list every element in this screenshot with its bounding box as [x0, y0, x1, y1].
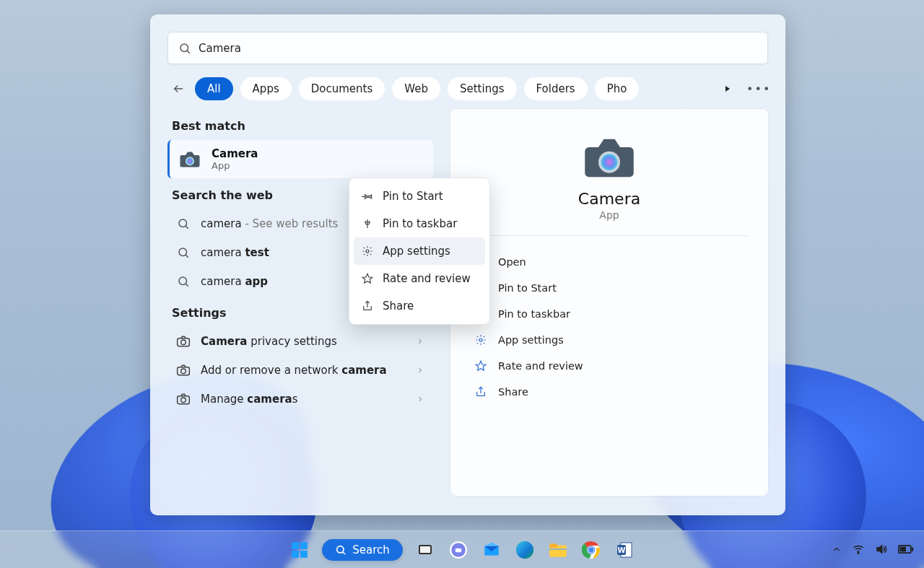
- details-column: Camera App OpenPin to StartPin to taskba…: [450, 109, 768, 496]
- chevron-right-icon: [416, 366, 424, 375]
- svg-marker-25: [476, 361, 485, 370]
- app-hero-title: Camera: [471, 190, 748, 208]
- svg-marker-41: [484, 542, 499, 546]
- search-icon: [176, 217, 191, 231]
- action-icon: [474, 333, 488, 347]
- svg-rect-45: [549, 543, 557, 547]
- svg-line-11: [186, 255, 188, 257]
- best-match-item[interactable]: Camera App: [167, 140, 433, 178]
- task-view-button[interactable]: [414, 539, 436, 561]
- context-menu-item-app-settings[interactable]: App settings: [354, 237, 485, 265]
- camera-app-icon-large: [471, 136, 748, 180]
- svg-point-17: [181, 369, 186, 374]
- svg-line-33: [343, 552, 345, 554]
- mail-button[interactable]: [481, 539, 502, 561]
- filter-tab-settings[interactable]: Settings: [448, 77, 517, 100]
- action-open[interactable]: Open: [471, 249, 748, 275]
- camera-outline-icon: [176, 392, 191, 406]
- best-match-header: Best match: [172, 119, 433, 133]
- svg-rect-35: [420, 546, 430, 553]
- context-menu-icon: [361, 190, 374, 203]
- action-icon: [474, 359, 488, 373]
- wifi-icon[interactable]: [852, 543, 865, 556]
- action-rate-and-review[interactable]: Rate and review: [471, 353, 748, 379]
- more-options-button[interactable]: •••: [746, 82, 768, 96]
- svg-line-9: [186, 226, 188, 228]
- svg-rect-29: [300, 542, 308, 549]
- context-menu-icon: [361, 300, 374, 313]
- svg-marker-21: [598, 139, 620, 147]
- context-menu-item-pin-to-taskbar[interactable]: Pin to taskbar: [354, 210, 485, 237]
- svg-point-54: [858, 552, 859, 554]
- svg-rect-57: [912, 547, 914, 551]
- taskbar-search-label: Search: [352, 543, 390, 556]
- context-menu-item-share[interactable]: Share: [354, 292, 485, 320]
- svg-rect-30: [292, 551, 299, 558]
- filter-tab-photos[interactable]: Pho: [595, 77, 640, 100]
- camera-outline-icon: [176, 334, 191, 349]
- back-button[interactable]: [167, 78, 189, 100]
- chat-button[interactable]: [448, 539, 469, 561]
- search-box[interactable]: [167, 32, 768, 64]
- filter-tab-folders[interactable]: Folders: [524, 77, 588, 100]
- app-hero-subtitle: App: [471, 209, 748, 221]
- svg-point-0: [180, 44, 188, 52]
- best-match-title: Camera: [212, 147, 258, 160]
- svg-text:W: W: [617, 546, 625, 554]
- chevron-right-icon: [416, 337, 424, 346]
- svg-point-43: [516, 541, 533, 559]
- svg-marker-3: [725, 86, 730, 92]
- best-match-subtitle: App: [212, 160, 258, 171]
- action-pin-to-start[interactable]: Pin to Start: [471, 275, 748, 301]
- svg-point-7: [187, 157, 193, 164]
- battery-icon[interactable]: [898, 544, 914, 554]
- context-menu-item-pin-to-start[interactable]: Pin to Start: [354, 183, 485, 210]
- context-menu-icon: [361, 245, 374, 258]
- filter-tab-apps[interactable]: Apps: [240, 77, 292, 100]
- start-button[interactable]: [289, 539, 310, 561]
- search-icon: [176, 245, 191, 260]
- filter-tab-documents[interactable]: Documents: [299, 77, 385, 100]
- context-menu-item-rate-and-review[interactable]: Rate and review: [354, 265, 485, 292]
- context-menu-icon: [361, 217, 374, 230]
- tray-overflow-button[interactable]: [832, 544, 842, 554]
- app-hero: Camera App: [471, 126, 748, 236]
- file-explorer-button[interactable]: [547, 539, 569, 561]
- svg-marker-27: [362, 274, 372, 283]
- svg-marker-5: [186, 152, 194, 155]
- svg-line-1: [187, 51, 189, 53]
- settings-result-0[interactable]: Camera privacy settings: [167, 327, 433, 356]
- action-share[interactable]: Share: [471, 379, 748, 405]
- taskbar-search-button[interactable]: Search: [322, 539, 403, 561]
- camera-outline-icon: [176, 363, 191, 377]
- svg-line-13: [186, 284, 188, 286]
- settings-result-2[interactable]: Manage cameras: [167, 385, 433, 414]
- search-input[interactable]: [199, 42, 757, 55]
- svg-rect-38: [455, 548, 461, 551]
- search-icon: [176, 274, 191, 289]
- svg-marker-55: [877, 546, 882, 554]
- action-icon: [474, 385, 488, 399]
- svg-point-24: [479, 338, 482, 341]
- volume-icon[interactable]: [875, 543, 888, 556]
- svg-point-12: [179, 277, 187, 285]
- svg-point-26: [366, 250, 369, 253]
- svg-point-8: [179, 219, 187, 227]
- filter-row: AllAppsDocumentsWebSettingsFoldersPho ••…: [167, 77, 768, 100]
- chevron-right-icon: [416, 395, 424, 403]
- action-app-settings[interactable]: App settings: [471, 327, 748, 353]
- word-button[interactable]: W: [614, 539, 635, 561]
- filter-tab-web[interactable]: Web: [392, 77, 440, 100]
- settings-result-1[interactable]: Add or remove a network camera: [167, 356, 433, 385]
- chrome-button[interactable]: [580, 539, 602, 561]
- action-pin-to-taskbar[interactable]: Pin to taskbar: [471, 301, 748, 327]
- filter-scroll-right[interactable]: [723, 84, 741, 93]
- camera-app-icon: [178, 148, 201, 171]
- filter-tab-all[interactable]: All: [195, 77, 233, 100]
- context-menu: Pin to StartPin to taskbarApp settingsRa…: [349, 178, 490, 325]
- svg-rect-31: [300, 551, 308, 558]
- svg-point-15: [181, 340, 186, 345]
- taskbar: Search W: [0, 530, 924, 568]
- edge-button[interactable]: [514, 539, 536, 561]
- svg-point-10: [179, 248, 187, 256]
